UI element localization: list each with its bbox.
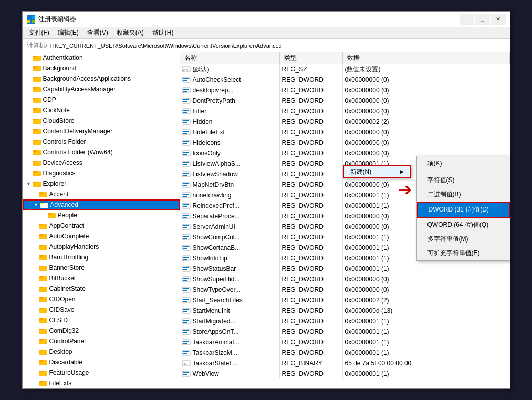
- table-row[interactable]: ShowStatusBar REG_DWORD 0x00000001 (1): [180, 264, 510, 274]
- table-row[interactable]: SeparateProce... REG_DWORD 0x00000000 (0…: [180, 211, 510, 222]
- folder-icon: [39, 222, 48, 229]
- tree-item-discardable[interactable]: Discardable: [23, 357, 180, 367]
- tree-item-cdp[interactable]: CDP: [23, 94, 180, 105]
- maximize-button[interactable]: □: [475, 14, 490, 25]
- table-row[interactable]: StoreAppsOnT... REG_DWORD 0x00000001 (1): [180, 327, 510, 337]
- table-row[interactable]: IconsOnly REG_DWORD 0x00000000 (0): [180, 148, 510, 159]
- table-row[interactable]: ShowTypeOver... REG_DWORD 0x00000000 (0): [180, 285, 510, 295]
- expand-arrow: [31, 316, 39, 324]
- col-header-type[interactable]: 类型: [280, 52, 343, 64]
- table-row[interactable]: ListviewShadow REG_DWORD 0x00000001 (1): [180, 169, 510, 180]
- tree-label: Accent: [49, 191, 69, 198]
- table-row[interactable]: nonetcrawling REG_DWORD 0x00000001 (1): [180, 190, 510, 201]
- tree-item-clsid[interactable]: CLSID: [23, 315, 180, 325]
- table-row[interactable]: TaskbarSizeM... REG_DWORD 0x00000001 (1): [180, 348, 510, 358]
- tree-item-fileexts[interactable]: FileExts: [23, 378, 180, 388]
- tree-label: Controls Folder: [43, 138, 86, 145]
- tree-item-capabilityaccessmanager[interactable]: CapabilityAccessManager: [23, 84, 180, 94]
- table-row[interactable]: WebView REG_DWORD 0x00000001 (1): [180, 369, 510, 379]
- tree-item-accent[interactable]: Accent: [23, 189, 180, 199]
- tree-item-background[interactable]: Background: [23, 63, 180, 73]
- tree-item-controlsfolderwow64[interactable]: Controls Folder (Wow64): [23, 147, 180, 157]
- column-headers: 名称 类型 数据: [180, 52, 510, 64]
- tree-item-autocomplete[interactable]: AutoComplete: [23, 231, 180, 241]
- table-row[interactable]: ServerAdminUI REG_DWORD 0x00000000 (0): [180, 222, 510, 232]
- svg-rect-92: [183, 152, 189, 153]
- menu-view[interactable]: 查看(V): [83, 27, 112, 38]
- table-row[interactable]: ShowCortanaB... REG_DWORD 0x00000001 (1): [180, 243, 510, 253]
- menu-favorites[interactable]: 收藏夹(A): [112, 27, 148, 38]
- tree-item-desktop[interactable]: Desktop: [23, 346, 180, 357]
- table-row[interactable]: ShowInfoTip REG_DWORD 0x00000001 (1): [180, 253, 510, 264]
- col-header-name[interactable]: 名称: [180, 52, 280, 64]
- tree-item-controlsfolder[interactable]: Controls Folder: [23, 136, 180, 147]
- tree-item-autoplayhandlers[interactable]: AutoplayHandlers: [23, 241, 180, 252]
- tree-item-explorer[interactable]: Explorer: [23, 178, 180, 189]
- tree-item-backgroundaccessapplications[interactable]: BackgroundAccessApplications: [23, 73, 180, 84]
- tree-item-diagnostics[interactable]: Diagnostics: [23, 168, 180, 178]
- table-row[interactable]: TaskbarAnimat... REG_DWORD 0x00000001 (1…: [180, 337, 510, 348]
- tree-item-cidopen[interactable]: CIDOpen: [23, 294, 180, 304]
- tree-item-bamthrottling[interactable]: BamThrottling: [23, 252, 180, 262]
- svg-rect-79: [182, 109, 190, 114]
- tree-item-contentdeliverymanager[interactable]: ContentDeliveryManager: [23, 126, 180, 136]
- table-row[interactable]: MapNetDrvBtn REG_DWORD 0x00000000 (0): [180, 180, 510, 190]
- reg-type: REG_DWORD: [280, 211, 343, 222]
- folder-icon: [39, 264, 48, 271]
- tree-item-clicknote[interactable]: ClickNote: [23, 105, 180, 115]
- folder-icon: [33, 65, 41, 72]
- table-row[interactable]: Filter REG_DWORD 0x00000000 (0): [180, 106, 510, 117]
- menu-help[interactable]: 帮助(H): [148, 27, 178, 38]
- menu-edit[interactable]: 编辑(E): [54, 27, 83, 38]
- table-row[interactable]: AutoCheckSelect REG_DWORD 0x00000000 (0): [180, 75, 510, 85]
- tree-label-advanced: Advanced: [50, 201, 78, 208]
- tree-item-appcontract[interactable]: AppContract: [23, 220, 180, 231]
- tree-item-featureusage[interactable]: FeatureUsage: [23, 367, 180, 378]
- table-row[interactable]: ListviewAlphaS... REG_DWORD 0x00000001 (…: [180, 159, 510, 169]
- tree-item-cabinetstate[interactable]: CabinetState: [23, 283, 180, 294]
- menu-file[interactable]: 文件(F): [25, 27, 54, 38]
- folder-icon: [39, 338, 48, 345]
- reg-type: REG_DWORD: [280, 369, 343, 379]
- reg-data: 0x00000000 (0): [343, 85, 510, 96]
- table-row[interactable]: Start_SearchFiles REG_DWORD 0x00000002 (…: [180, 295, 510, 306]
- reg-data: 0x00000001 (1): [343, 190, 510, 201]
- reg-type-icon: [182, 192, 191, 199]
- table-row[interactable]: StartMigrated... REG_DWORD 0x00000001 (1…: [180, 316, 510, 327]
- tree-label: AutoplayHandlers: [49, 243, 99, 250]
- tree-item-advanced[interactable]: Advanced: [23, 199, 180, 210]
- tree-item-cloudstore[interactable]: CloudStore: [23, 115, 180, 126]
- table-row[interactable]: StartMenuInit REG_DWORD 0x0000000d (13): [180, 306, 510, 316]
- table-row[interactable]: DontPrettyPath REG_DWORD 0x00000000 (0): [180, 96, 510, 106]
- svg-rect-83: [183, 120, 189, 121]
- table-row[interactable]: HideFileExt REG_DWORD 0x00000000 (0): [180, 127, 510, 138]
- svg-rect-108: [183, 206, 187, 207]
- reg-name: ListviewAlphaS...: [180, 159, 280, 169]
- table-row[interactable]: desktopivrep... REG_DWORD 0x00000000 (0): [180, 85, 510, 96]
- table-row[interactable]: ReindexedProf... REG_DWORD 0x00000001 (1…: [180, 201, 510, 211]
- tree-item-cidsave[interactable]: CIDSave: [23, 304, 180, 315]
- tree-item-comdlg32[interactable]: ComDlg32: [23, 325, 180, 336]
- svg-rect-112: [182, 224, 190, 229]
- tree-item-bitbucket[interactable]: BitBucket: [23, 273, 180, 283]
- tree-item-people[interactable]: People: [23, 210, 180, 220]
- table-row[interactable]: 01 TaskbarStateL... REG_BINARY 65 de 7a …: [180, 358, 510, 369]
- tree-item-bannerstore[interactable]: BannerStore: [23, 262, 180, 273]
- reg-name: nonetcrawling: [180, 190, 280, 201]
- table-row[interactable]: ShowSuperHid... REG_DWORD 0x00000000 (0): [180, 274, 510, 285]
- reg-type: REG_DWORD: [280, 337, 343, 348]
- col-header-data[interactable]: 数据: [343, 52, 510, 64]
- tree-item-authentication[interactable]: Authentication: [23, 52, 180, 63]
- reg-data: 0x00000001 (1): [343, 369, 510, 379]
- svg-rect-106: [182, 203, 190, 208]
- minimize-button[interactable]: —: [460, 14, 474, 25]
- reg-data: 0x00000001 (1): [343, 348, 510, 358]
- table-row[interactable]: ShowCompCol... REG_DWORD 0x00000001 (1): [180, 232, 510, 243]
- expand-arrow: [25, 117, 33, 125]
- close-button[interactable]: ✕: [491, 14, 506, 25]
- tree-item-deviceaccess[interactable]: DeviceAccess: [23, 157, 180, 168]
- table-row[interactable]: HideIcons REG_DWORD 0x00000000 (0): [180, 138, 510, 148]
- table-row[interactable]: ab (默认) REG_SZ (数值未设置): [180, 64, 510, 75]
- tree-item-controlpanel[interactable]: ControlPanel: [23, 336, 180, 346]
- table-row[interactable]: Hidden REG_DWORD 0x00000002 (2): [180, 117, 510, 127]
